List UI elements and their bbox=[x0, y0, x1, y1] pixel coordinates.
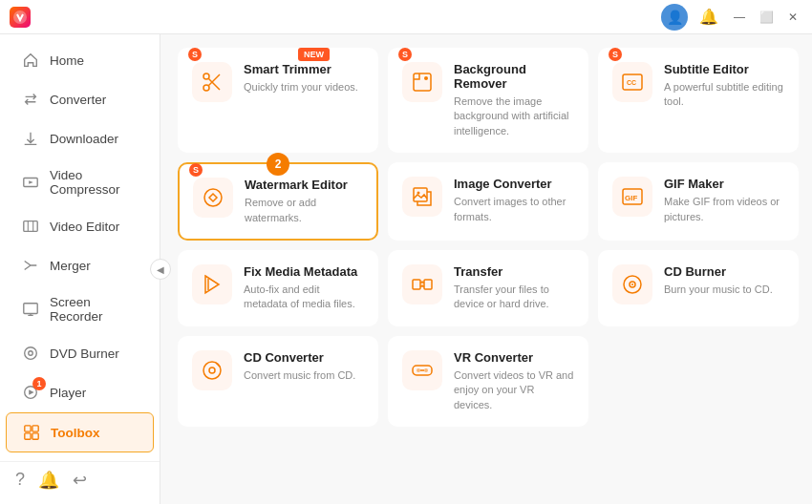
sidebar: ◀ Home Converter Downloader Video Compre… bbox=[0, 34, 160, 504]
tool-info-background-remover: Background Remover Remove the image back… bbox=[454, 62, 574, 138]
tool-name-cd-converter: CD Converter bbox=[244, 350, 364, 365]
svg-point-19 bbox=[204, 189, 222, 206]
tool-info-cd-burner: CD Burner Burn your music to CD. bbox=[664, 264, 784, 297]
svg-text:GIF: GIF bbox=[625, 194, 637, 202]
tool-info-subtitle-editor: Subtitle Editor A powerful subtitle edit… bbox=[664, 62, 784, 110]
tool-card-smart-trimmer[interactable]: S NEW Smart Trimmer Quickly trim your vi… bbox=[178, 48, 378, 153]
merger-icon bbox=[21, 256, 40, 275]
collapse-sidebar-button[interactable]: ◀ bbox=[150, 259, 171, 280]
tool-card-cd-converter[interactable]: CD Converter Convert music from CD. bbox=[178, 336, 378, 427]
sidebar-item-merger[interactable]: Merger bbox=[6, 246, 154, 284]
tool-card-vr-converter[interactable]: VR Converter Convert videos to VR and en… bbox=[388, 336, 588, 427]
home-icon bbox=[21, 51, 40, 70]
sidebar-item-downloader[interactable]: Downloader bbox=[6, 119, 154, 158]
tool-icon-smart-trimmer bbox=[192, 62, 232, 102]
card-badge-watermark-editor: S bbox=[189, 163, 203, 177]
sidebar-item-toolbox[interactable]: Toolbox bbox=[6, 412, 154, 452]
svg-rect-7 bbox=[25, 426, 31, 431]
tool-info-fix-media-metadata: Fix Media Metadata Auto-fix and edit met… bbox=[244, 264, 364, 312]
sidebar-label-toolbox: Toolbox bbox=[51, 426, 100, 440]
tool-name-background-remover: Background Remover bbox=[454, 62, 574, 91]
tool-card-watermark-editor[interactable]: S 2 Watermark Editor Remove or add water… bbox=[178, 162, 378, 241]
alert-icon[interactable]: 🔔 bbox=[38, 470, 59, 491]
svg-point-11 bbox=[203, 85, 209, 91]
svg-rect-2 bbox=[24, 221, 37, 232]
tool-icon-subtitle-editor: CC bbox=[612, 62, 652, 102]
tool-name-gif-maker: GIF Maker bbox=[664, 177, 784, 191]
sidebar-label-video-editor: Video Editor bbox=[50, 220, 119, 234]
tool-card-image-converter[interactable]: Image Converter Convert images to other … bbox=[388, 162, 588, 241]
sidebar-item-dvd-burner[interactable]: DVD Burner bbox=[6, 334, 154, 372]
tool-info-image-converter: Image Converter Convert images to other … bbox=[454, 177, 574, 224]
tool-desc-vr-converter: Convert videos to VR and enjoy on your V… bbox=[454, 368, 574, 412]
user-icon[interactable]: 👤 bbox=[661, 4, 688, 31]
tool-card-subtitle-editor[interactable]: S CC Subtitle Editor A powerful subtitle… bbox=[598, 48, 799, 153]
tool-desc-watermark-editor: Remove or add watermarks. bbox=[245, 196, 363, 225]
sidebar-item-video-editor[interactable]: Video Editor bbox=[6, 207, 154, 245]
tool-icon-fix-media-metadata bbox=[192, 264, 232, 304]
tool-info-watermark-editor: Watermark Editor Remove or add watermark… bbox=[245, 178, 363, 225]
svg-marker-24 bbox=[205, 276, 219, 293]
sidebar-item-screen-recorder[interactable]: Screen Recorder bbox=[6, 285, 154, 333]
sidebar-label-home: Home bbox=[50, 53, 84, 68]
tool-icon-transfer bbox=[402, 264, 442, 304]
tool-card-gif-maker[interactable]: GIF GIF Maker Make GIF from videos or pi… bbox=[598, 162, 799, 241]
tool-card-background-remover[interactable]: S Background Remover Remove the image ba… bbox=[388, 48, 588, 153]
tool-icon-cd-converter bbox=[192, 350, 232, 390]
help-icon[interactable]: ? bbox=[15, 470, 25, 491]
tool-icon-background-remover bbox=[402, 62, 442, 102]
sidebar-label-converter: Converter bbox=[50, 93, 106, 107]
card-badge-subtitle-editor: S bbox=[609, 48, 622, 61]
sidebar-item-converter[interactable]: Converter bbox=[6, 80, 154, 118]
dvd-burner-icon bbox=[21, 344, 40, 363]
sidebar-label-player: Player bbox=[50, 386, 86, 400]
tool-info-cd-converter: CD Converter Convert music from CD. bbox=[244, 350, 364, 383]
downloader-icon bbox=[21, 129, 40, 148]
tool-card-fix-media-metadata[interactable]: Fix Media Metadata Auto-fix and edit met… bbox=[178, 250, 378, 326]
sidebar-item-home[interactable]: Home bbox=[6, 41, 154, 79]
minimize-button[interactable]: — bbox=[730, 8, 749, 27]
svg-rect-8 bbox=[32, 426, 38, 431]
notification-icon[interactable]: 🔔 bbox=[695, 4, 722, 31]
feedback-icon[interactable]: ↩ bbox=[73, 470, 87, 491]
tool-desc-image-converter: Convert images to other formats. bbox=[454, 195, 574, 224]
screen-recorder-icon bbox=[21, 300, 40, 319]
sidebar-item-video-compressor[interactable]: Video Compressor bbox=[6, 158, 154, 206]
sidebar-label-merger: Merger bbox=[50, 259, 91, 273]
toolbox-icon bbox=[22, 423, 41, 442]
video-editor-icon bbox=[21, 217, 40, 236]
svg-point-35 bbox=[424, 368, 428, 372]
tool-name-subtitle-editor: Subtitle Editor bbox=[664, 62, 784, 76]
tool-desc-subtitle-editor: A powerful subtitle editing tool. bbox=[664, 80, 784, 110]
step-badge-watermark-editor: 2 bbox=[267, 153, 289, 176]
app-logo bbox=[10, 7, 31, 28]
svg-point-34 bbox=[417, 368, 420, 372]
tools-grid: S NEW Smart Trimmer Quickly trim your vi… bbox=[178, 48, 799, 427]
sidebar-label-downloader: Downloader bbox=[50, 132, 118, 146]
svg-point-12 bbox=[203, 74, 209, 79]
badge-player: 1 bbox=[32, 377, 46, 390]
svg-rect-15 bbox=[414, 74, 431, 91]
close-button[interactable]: ✕ bbox=[783, 8, 802, 27]
tool-info-transfer: Transfer Transfer your files to device o… bbox=[454, 264, 574, 312]
tool-info-vr-converter: VR Converter Convert videos to VR and en… bbox=[454, 350, 574, 412]
tool-card-transfer[interactable]: Transfer Transfer your files to device o… bbox=[388, 250, 588, 326]
tool-desc-gif-maker: Make GIF from videos or pictures. bbox=[664, 195, 784, 224]
maximize-button[interactable]: ⬜ bbox=[757, 8, 776, 27]
sidebar-label-screen-recorder: Screen Recorder bbox=[50, 295, 139, 324]
tool-name-watermark-editor: Watermark Editor bbox=[245, 178, 363, 192]
sidebar-item-player[interactable]: Player 1 bbox=[6, 373, 154, 411]
card-badge-smart-trimmer: S bbox=[188, 48, 202, 61]
sidebar-footer: ? 🔔 ↩ bbox=[0, 461, 160, 498]
tool-desc-fix-media-metadata: Auto-fix and edit metadata of media file… bbox=[244, 283, 364, 312]
tool-name-fix-media-metadata: Fix Media Metadata bbox=[244, 264, 364, 279]
tool-desc-transfer: Transfer your files to device or hard dr… bbox=[454, 283, 574, 312]
new-badge-smart-trimmer: NEW bbox=[298, 48, 330, 61]
tool-name-smart-trimmer: Smart Trimmer bbox=[244, 62, 364, 76]
tool-card-cd-burner[interactable]: CD Burner Burn your music to CD. bbox=[598, 250, 799, 326]
tool-name-vr-converter: VR Converter bbox=[454, 350, 574, 365]
svg-rect-26 bbox=[413, 280, 420, 289]
tool-name-cd-burner: CD Burner bbox=[664, 264, 784, 279]
tool-name-image-converter: Image Converter bbox=[454, 177, 574, 191]
tool-icon-image-converter bbox=[402, 177, 442, 217]
